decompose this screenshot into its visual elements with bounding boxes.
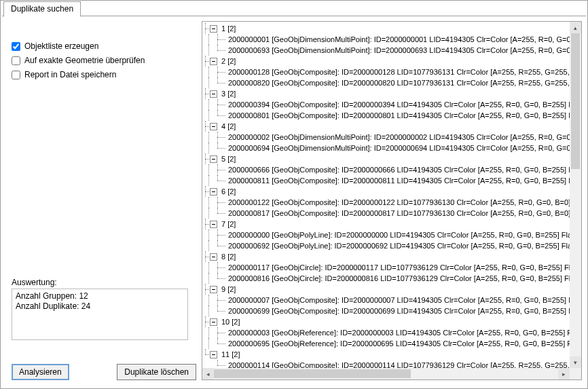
option-save-report[interactable]: Report in Datei speichern bbox=[12, 70, 188, 79]
scroll-thumb-vertical[interactable] bbox=[571, 33, 580, 169]
tree-group-label: 6 [2] bbox=[220, 186, 237, 197]
dialog-window: Duplikate suchen Objektliste erzeugen Au… bbox=[0, 0, 588, 389]
tree-item[interactable]: 2000000002 [GeoObjDimensionMultiPoint]: … bbox=[205, 132, 570, 143]
tree-item[interactable]: 2000000699 [GeoObjComposite]: ID=2000000… bbox=[205, 305, 570, 316]
tree-item[interactable]: 2000000817 [GeoObjComposite]: ID=2000000… bbox=[205, 208, 570, 219]
tree-group-label: 3 [2] bbox=[220, 88, 237, 99]
evaluation-line-groups: Anzahl Gruppen: 12 bbox=[16, 291, 184, 301]
tree-group-label: 7 [2] bbox=[220, 219, 237, 229]
evaluation-line-dupes: Anzahl Duplikate: 24 bbox=[16, 301, 184, 312]
tree-item-label: 2000000693 [GeoObjDimensionMultiPoint]: … bbox=[227, 45, 570, 56]
tree-item-label: 2000000692 [GeoObjPolyLine]: ID=20000006… bbox=[227, 240, 570, 251]
tree-item[interactable]: 2000000001 [GeoObjDimensionMultiPoint]: … bbox=[205, 34, 570, 45]
scroll-thumb-horizontal[interactable] bbox=[214, 369, 411, 378]
tree-item[interactable]: 2000000692 [GeoObjPolyLine]: ID=20000006… bbox=[205, 240, 570, 251]
tree-item-label: 2000000694 [GeoObjDimensionMultiPoint]: … bbox=[227, 143, 570, 153]
collapse-icon[interactable] bbox=[210, 221, 217, 228]
checkbox-exact-geom[interactable] bbox=[12, 56, 20, 65]
tree-item-label: 2000000000 [GeoObjPolyLine]: ID=20000000… bbox=[227, 229, 570, 240]
tree-item[interactable]: 2000000114 [GeoObjComposite]: ID=2000000… bbox=[205, 360, 570, 368]
evaluation-header: Auswertung: bbox=[12, 278, 57, 287]
scroll-right-icon[interactable]: ▸ bbox=[558, 368, 570, 379]
tree-group-label: 11 [2] bbox=[220, 349, 242, 360]
tree-group[interactable]: 7 [2] bbox=[205, 219, 570, 229]
scroll-up-icon[interactable]: ▴ bbox=[570, 22, 581, 33]
options-panel: Objektliste erzeugen Auf exakte Geometri… bbox=[12, 41, 188, 84]
option-create-list[interactable]: Objektliste erzeugen bbox=[12, 41, 188, 51]
tree-item-label: 2000000811 [GeoObjComposite]: ID=2000000… bbox=[227, 175, 570, 186]
tree-item[interactable]: 2000000000 [GeoObjPolyLine]: ID=20000000… bbox=[205, 229, 570, 240]
tree-item[interactable]: 2000000117 [GeoObjCircle]: ID=2000000117… bbox=[205, 262, 570, 273]
tree-group-label: 2 [2] bbox=[220, 56, 237, 67]
tree-item-label: 2000000001 [GeoObjDimensionMultiPoint]: … bbox=[227, 34, 570, 45]
tree-item-label: 2000000394 [GeoObjComposite]: ID=2000000… bbox=[227, 99, 570, 110]
tree-item[interactable]: 2000000801 [GeoObjComposite]: ID=2000000… bbox=[205, 110, 570, 121]
tree-item[interactable]: 2000000694 [GeoObjDimensionMultiPoint]: … bbox=[205, 143, 570, 153]
tab-duplicate-search[interactable]: Duplikate suchen bbox=[3, 1, 81, 17]
scroll-corner bbox=[570, 368, 581, 379]
tree-item[interactable]: 2000000394 [GeoObjComposite]: ID=2000000… bbox=[205, 99, 570, 110]
tree-item[interactable]: 2000000693 [GeoObjDimensionMultiPoint]: … bbox=[205, 45, 570, 56]
collapse-icon[interactable] bbox=[210, 155, 217, 163]
tree-item[interactable]: 2000000122 [GeoObjComposite]: ID=2000000… bbox=[205, 197, 570, 208]
tree-group[interactable]: 3 [2] bbox=[205, 88, 570, 99]
scrollbar-vertical[interactable]: ▴ ▾ bbox=[570, 22, 581, 368]
tree-item[interactable]: 2000000811 [GeoObjComposite]: ID=2000000… bbox=[205, 175, 570, 186]
tree-group[interactable]: 11 [2] bbox=[205, 349, 570, 360]
tree-item-label: 2000000003 [GeoObjReference]: ID=2000000… bbox=[227, 327, 570, 338]
collapse-icon[interactable] bbox=[210, 123, 217, 130]
tree-item[interactable]: 2000000128 [GeoObjComposite]: ID=2000000… bbox=[205, 67, 570, 77]
tree-group-label: 10 [2] bbox=[220, 316, 242, 327]
tree-group[interactable]: 10 [2] bbox=[205, 316, 570, 327]
tree-item-label: 2000000128 [GeoObjComposite]: ID=2000000… bbox=[227, 67, 570, 77]
tree-item[interactable]: 2000000820 [GeoObjComposite]: ID=2000000… bbox=[205, 77, 570, 88]
tree-item[interactable]: 2000000695 [GeoObjReference]: ID=2000000… bbox=[205, 338, 570, 349]
tree-item-label: 2000000002 [GeoObjDimensionMultiPoint]: … bbox=[227, 132, 570, 143]
tree-item-label: 2000000801 [GeoObjComposite]: ID=2000000… bbox=[227, 110, 570, 121]
tree-item-label: 2000000816 [GeoObjCircle]: ID=2000000816… bbox=[227, 273, 570, 284]
option-create-list-label: Objektliste erzeugen bbox=[24, 41, 98, 51]
tree-group[interactable]: 1 [2] bbox=[205, 23, 570, 34]
tree-item[interactable]: 2000000666 [GeoObjComposite]: ID=2000000… bbox=[205, 164, 570, 175]
tree-item-label: 2000000666 [GeoObjComposite]: ID=2000000… bbox=[227, 164, 570, 175]
option-save-report-label: Report in Datei speichern bbox=[24, 70, 116, 79]
tree-group-label: 8 [2] bbox=[220, 251, 237, 262]
tree-viewport[interactable]: 1 [2]2000000001 [GeoObjDimensionMultiPoi… bbox=[202, 22, 570, 368]
collapse-icon[interactable] bbox=[210, 253, 217, 261]
tree-item-label: 2000000114 [GeoObjComposite]: ID=2000000… bbox=[227, 360, 570, 368]
checkbox-save-report[interactable] bbox=[12, 71, 20, 79]
tree-item-label: 2000000820 [GeoObjComposite]: ID=2000000… bbox=[227, 77, 570, 88]
collapse-icon[interactable] bbox=[210, 318, 217, 326]
tree-group-label: 4 [2] bbox=[220, 121, 237, 132]
tree-group[interactable]: 9 [2] bbox=[205, 284, 570, 295]
tree-group[interactable]: 6 [2] bbox=[205, 186, 570, 197]
scroll-down-icon[interactable]: ▾ bbox=[570, 356, 581, 368]
tree-panel: 1 [2]2000000001 [GeoObjDimensionMultiPoi… bbox=[202, 21, 582, 380]
collapse-icon[interactable] bbox=[210, 188, 217, 196]
scrollbar-horizontal[interactable]: ◂ ▸ bbox=[202, 368, 570, 379]
tree-item-label: 2000000007 [GeoObjComposite]: ID=2000000… bbox=[227, 295, 570, 305]
collapse-icon[interactable] bbox=[210, 90, 217, 98]
scroll-left-icon[interactable]: ◂ bbox=[202, 368, 214, 379]
button-row: Analysieren Duplikate löschen bbox=[12, 364, 196, 380]
checkbox-create-list[interactable] bbox=[12, 42, 20, 51]
tree-group-label: 5 [2] bbox=[220, 153, 237, 164]
tree-item[interactable]: 2000000003 [GeoObjReference]: ID=2000000… bbox=[205, 327, 570, 338]
tree-item[interactable]: 2000000007 [GeoObjComposite]: ID=2000000… bbox=[205, 295, 570, 305]
tree-group[interactable]: 8 [2] bbox=[205, 251, 570, 262]
collapse-icon[interactable] bbox=[210, 351, 217, 358]
tree-item[interactable]: 2000000816 [GeoObjCircle]: ID=2000000816… bbox=[205, 273, 570, 284]
tree-item-label: 2000000699 [GeoObjComposite]: ID=2000000… bbox=[227, 305, 570, 316]
tree-item-label: 2000000817 [GeoObjComposite]: ID=2000000… bbox=[227, 208, 570, 219]
tree-item-label: 2000000695 [GeoObjReference]: ID=2000000… bbox=[227, 338, 570, 349]
analyze-button[interactable]: Analysieren bbox=[12, 364, 69, 380]
tree-group[interactable]: 4 [2] bbox=[205, 121, 570, 132]
evaluation-box: Anzahl Gruppen: 12 Anzahl Duplikate: 24 bbox=[12, 289, 188, 340]
collapse-icon[interactable] bbox=[210, 58, 217, 65]
tree-group[interactable]: 5 [2] bbox=[205, 153, 570, 164]
collapse-icon[interactable] bbox=[210, 25, 217, 33]
tree-group[interactable]: 2 [2] bbox=[205, 56, 570, 67]
collapse-icon[interactable] bbox=[210, 286, 217, 293]
option-exact-geom[interactable]: Auf exakte Geometrie überprüfen bbox=[12, 56, 188, 65]
delete-duplicates-button[interactable]: Duplikate löschen bbox=[117, 364, 196, 380]
